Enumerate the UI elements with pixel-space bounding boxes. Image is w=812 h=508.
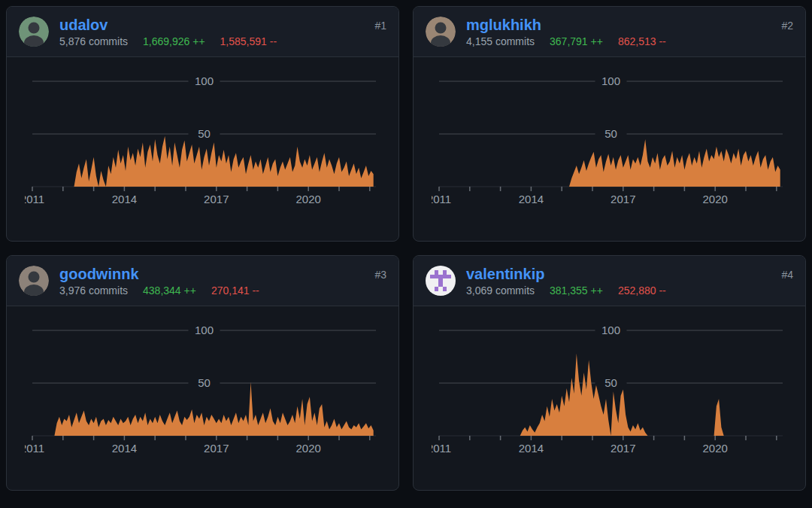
profile-photo <box>426 17 456 47</box>
commit-activity-chart: 501002011201420172020 <box>414 57 805 241</box>
contributor-stats: 5,876 commits 1,669,926 ++ 1,585,591 -- <box>59 35 374 48</box>
contributor-stats: 4,155 commits 367,791 ++ 862,513 -- <box>466 35 781 48</box>
x-axis-year-label: 2020 <box>703 442 728 455</box>
rank-badge: #1 <box>374 17 386 33</box>
commit-activity-chart: 501002011201420172020 <box>414 306 805 490</box>
gridline-label: 100 <box>601 324 620 336</box>
gridline-label: 50 <box>604 376 617 389</box>
avatar[interactable] <box>426 266 456 296</box>
rank-badge: #2 <box>781 17 793 33</box>
commit-activity-area <box>439 354 780 436</box>
additions-count: 367,791 ++ <box>550 35 603 48</box>
commits-count: 4,155 commits <box>466 35 535 48</box>
x-axis-year-label: 2011 <box>432 442 451 455</box>
profile-photo <box>19 266 49 296</box>
x-axis-year-label: 2017 <box>204 193 229 205</box>
x-axis-year-label: 2017 <box>204 442 229 455</box>
contributor-header: udalov 5,876 commits 1,669,926 ++ 1,585,… <box>7 7 398 57</box>
commits-count: 3,976 commits <box>59 284 128 297</box>
commits-count: 3,069 commits <box>466 284 535 297</box>
contributor-card-valentinkip: valentinkip 3,069 commits 381,355 ++ 252… <box>413 255 806 491</box>
contributor-card-goodwinnk: goodwinnk 3,976 commits 438,344 ++ 270,1… <box>6 255 399 491</box>
x-axis-year-label: 2011 <box>25 442 44 455</box>
contributor-identity: valentinkip 3,069 commits 381,355 ++ 252… <box>466 266 781 297</box>
gridline-label: 100 <box>195 324 214 336</box>
x-axis-year-label: 2014 <box>112 193 137 205</box>
contributor-identity: udalov 5,876 commits 1,669,926 ++ 1,585,… <box>59 17 374 48</box>
x-axis-year-label: 2020 <box>296 442 321 455</box>
contributor-card-udalov: udalov 5,876 commits 1,669,926 ++ 1,585,… <box>6 6 399 242</box>
x-axis-year-label: 2011 <box>25 193 44 205</box>
deletions-count: 862,513 -- <box>618 35 666 48</box>
gridline-label: 50 <box>604 127 617 140</box>
contributor-stats: 3,976 commits 438,344 ++ 270,141 -- <box>59 284 374 297</box>
contributor-header: mglukhikh 4,155 commits 367,791 ++ 862,5… <box>414 7 805 57</box>
deletions-count: 270,141 -- <box>211 284 259 297</box>
chart-svg: 501002011201420172020 <box>432 317 787 467</box>
gridline-label: 50 <box>198 376 211 389</box>
profile-photo <box>19 17 49 47</box>
commit-activity-area <box>439 139 780 187</box>
additions-count: 1,669,926 ++ <box>143 35 205 48</box>
gridline-label: 100 <box>601 75 620 87</box>
rank-badge: #4 <box>781 266 793 282</box>
gridline-label: 50 <box>198 127 211 140</box>
contributor-identity: mglukhikh 4,155 commits 367,791 ++ 862,5… <box>466 17 781 48</box>
commit-activity-area <box>32 382 374 436</box>
commit-activity-chart: 501002011201420172020 <box>7 306 398 490</box>
x-axis-year-label: 2020 <box>296 193 321 205</box>
contributor-stats: 3,069 commits 381,355 ++ 252,880 -- <box>466 284 781 297</box>
username-link[interactable]: valentinkip <box>466 266 544 282</box>
additions-count: 381,355 ++ <box>550 284 603 297</box>
rank-badge: #3 <box>374 266 386 282</box>
x-axis-year-label: 2014 <box>112 442 137 455</box>
contributor-header: goodwinnk 3,976 commits 438,344 ++ 270,1… <box>7 256 398 306</box>
avatar[interactable] <box>426 17 456 47</box>
username-link[interactable]: udalov <box>59 17 108 33</box>
username-link[interactable]: goodwinnk <box>59 266 139 282</box>
x-axis-year-label: 2011 <box>432 193 451 205</box>
x-axis-year-label: 2017 <box>611 442 635 455</box>
username-link[interactable]: mglukhikh <box>466 17 541 33</box>
chart-svg: 501002011201420172020 <box>25 317 380 467</box>
contributor-identity: goodwinnk 3,976 commits 438,344 ++ 270,1… <box>59 266 374 297</box>
deletions-count: 1,585,591 -- <box>220 35 277 48</box>
commit-activity-area <box>32 136 374 187</box>
avatar[interactable] <box>19 266 49 296</box>
identicon-image <box>430 270 451 291</box>
x-axis-year-label: 2014 <box>519 442 544 455</box>
avatar[interactable] <box>19 17 49 47</box>
contributor-card-mglukhikh: mglukhikh 4,155 commits 367,791 ++ 862,5… <box>413 6 806 242</box>
deletions-count: 252,880 -- <box>618 284 666 297</box>
additions-count: 438,344 ++ <box>143 284 196 297</box>
x-axis-year-label: 2014 <box>519 193 544 205</box>
gridline-label: 100 <box>195 75 214 87</box>
commit-activity-chart: 501002011201420172020 <box>7 57 398 241</box>
contributor-header: valentinkip 3,069 commits 381,355 ++ 252… <box>414 256 805 306</box>
chart-svg: 501002011201420172020 <box>25 68 380 218</box>
commits-count: 5,876 commits <box>59 35 128 48</box>
chart-svg: 501002011201420172020 <box>432 68 787 218</box>
x-axis-year-label: 2017 <box>611 193 635 205</box>
x-axis-year-label: 2020 <box>703 193 728 205</box>
contributors-grid: udalov 5,876 commits 1,669,926 ++ 1,585,… <box>0 0 812 497</box>
